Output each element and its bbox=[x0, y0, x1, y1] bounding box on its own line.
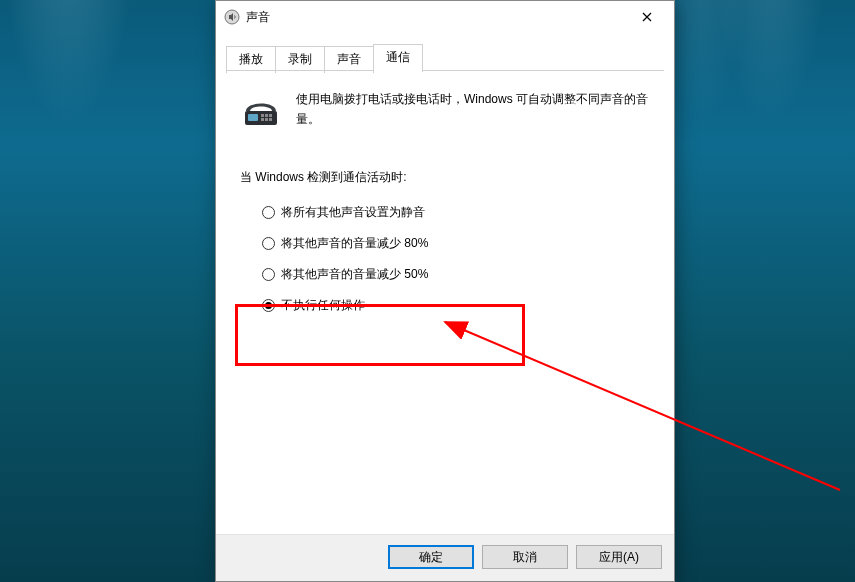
svg-rect-4 bbox=[265, 114, 268, 117]
tab-playback[interactable]: 播放 bbox=[226, 46, 276, 73]
sound-app-icon bbox=[224, 9, 240, 25]
tab-label: 播放 bbox=[239, 52, 263, 66]
tab-recording[interactable]: 录制 bbox=[275, 46, 325, 73]
dialog-button-row: 确定 取消 应用(A) bbox=[216, 534, 674, 581]
svg-rect-6 bbox=[261, 118, 264, 121]
ok-button[interactable]: 确定 bbox=[388, 545, 474, 569]
window-title: 声音 bbox=[246, 9, 624, 26]
close-icon bbox=[642, 12, 652, 22]
tab-label: 声音 bbox=[337, 52, 361, 66]
svg-rect-2 bbox=[248, 114, 258, 121]
intro-text: 使用电脑拨打电话或接电话时，Windows 可自动调整不同声音的音量。 bbox=[296, 89, 650, 130]
radio-label: 将所有其他声音设置为静音 bbox=[281, 204, 425, 221]
radio-icon bbox=[262, 237, 275, 250]
tab-communications[interactable]: 通信 bbox=[373, 44, 423, 72]
sound-dialog: 声音 播放 录制 声音 通信 使用电脑拨打电话或接电话时，Windows 可自 bbox=[215, 0, 675, 582]
radio-label: 将其他声音的音量减少 80% bbox=[281, 235, 428, 252]
svg-rect-8 bbox=[269, 118, 272, 121]
radio-mute-all[interactable]: 将所有其他声音设置为静音 bbox=[262, 204, 650, 221]
titlebar[interactable]: 声音 bbox=[216, 1, 674, 33]
phone-icon bbox=[240, 89, 282, 131]
radio-icon bbox=[262, 299, 275, 312]
tab-label: 录制 bbox=[288, 52, 312, 66]
radio-label: 将其他声音的音量减少 50% bbox=[281, 266, 428, 283]
radio-group: 将所有其他声音设置为静音 将其他声音的音量减少 80% 将其他声音的音量减少 5… bbox=[240, 204, 650, 314]
svg-rect-7 bbox=[265, 118, 268, 121]
close-button[interactable] bbox=[624, 2, 670, 32]
svg-rect-5 bbox=[269, 114, 272, 117]
radio-reduce-80[interactable]: 将其他声音的音量减少 80% bbox=[262, 235, 650, 252]
svg-rect-3 bbox=[261, 114, 264, 117]
radio-icon bbox=[262, 206, 275, 219]
intro-row: 使用电脑拨打电话或接电话时，Windows 可自动调整不同声音的音量。 bbox=[240, 89, 650, 131]
radio-icon bbox=[262, 268, 275, 281]
tab-sounds[interactable]: 声音 bbox=[324, 46, 374, 73]
tabstrip: 播放 录制 声音 通信 bbox=[216, 33, 674, 71]
radio-reduce-50[interactable]: 将其他声音的音量减少 50% bbox=[262, 266, 650, 283]
radio-do-nothing[interactable]: 不执行任何操作 bbox=[262, 297, 650, 314]
tab-label: 通信 bbox=[386, 50, 410, 64]
apply-button[interactable]: 应用(A) bbox=[576, 545, 662, 569]
radio-label: 不执行任何操作 bbox=[281, 297, 365, 314]
cancel-button[interactable]: 取消 bbox=[482, 545, 568, 569]
tab-panel-communications: 使用电脑拨打电话或接电话时，Windows 可自动调整不同声音的音量。 当 Wi… bbox=[216, 71, 674, 534]
section-heading: 当 Windows 检测到通信活动时: bbox=[240, 169, 650, 186]
